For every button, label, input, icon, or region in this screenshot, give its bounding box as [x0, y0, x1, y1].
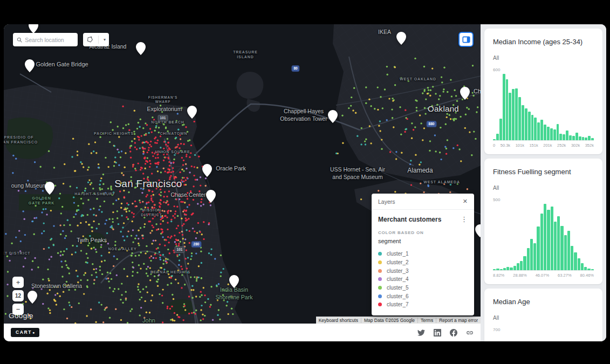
histogram-bar[interactable] — [559, 134, 562, 140]
histogram-bar[interactable] — [578, 258, 580, 270]
map-marker-pin[interactable] — [187, 106, 197, 119]
histogram-bar[interactable] — [523, 256, 526, 270]
map-marker-pin[interactable] — [229, 275, 239, 288]
histogram-bar[interactable] — [513, 266, 516, 270]
histogram-bar[interactable] — [557, 124, 559, 140]
legend-item[interactable]: cluster_6 — [378, 292, 468, 300]
histogram-bar[interactable] — [550, 128, 553, 140]
legend-item[interactable]: cluster_2 — [378, 258, 468, 267]
histogram-bar[interactable] — [531, 115, 534, 140]
terms-link[interactable]: Terms — [417, 318, 436, 323]
histogram-bar[interactable] — [525, 108, 527, 140]
histogram-bar[interactable] — [554, 222, 557, 270]
histogram-bar[interactable] — [557, 216, 560, 270]
histogram-bars[interactable] — [493, 334, 594, 341]
histogram-bar[interactable] — [533, 243, 536, 270]
widget-filter[interactable]: All — [493, 185, 594, 191]
histogram-bar[interactable] — [575, 133, 578, 140]
keyboard-shortcuts-link[interactable]: Keyboard shortcuts — [316, 318, 361, 323]
linkedin-icon[interactable] — [434, 329, 441, 336]
histogram-bar[interactable] — [566, 131, 568, 140]
histogram-bar[interactable] — [547, 210, 550, 270]
map-marker-pin[interactable] — [28, 291, 37, 304]
histogram-bar[interactable] — [512, 89, 515, 140]
histogram-bar[interactable] — [496, 134, 499, 140]
histogram-bar[interactable] — [551, 207, 553, 270]
histogram-bar[interactable] — [499, 119, 502, 140]
histogram-bar[interactable] — [522, 105, 524, 140]
histogram-bar[interactable] — [571, 246, 573, 271]
legend-item[interactable]: cluster_7 — [378, 300, 468, 309]
legend-item[interactable]: cluster_4 — [378, 275, 468, 284]
legend-item[interactable]: cluster_5 — [378, 284, 468, 292]
map-marker-pin[interactable] — [396, 32, 406, 45]
map-marker-pin[interactable] — [45, 182, 54, 195]
map-canvas[interactable]: 10110128080880 Golden Gate BridgeAlcatra… — [4, 24, 481, 324]
histogram-bar[interactable] — [567, 231, 570, 270]
map-marker-pin[interactable] — [136, 42, 146, 55]
histogram-bar[interactable] — [544, 125, 546, 140]
histogram-bar[interactable] — [540, 214, 543, 270]
histogram-bar[interactable] — [537, 122, 540, 140]
histogram-bar[interactable] — [540, 120, 543, 140]
map-marker-pin[interactable] — [206, 190, 216, 203]
histogram-bar[interactable] — [544, 204, 546, 270]
legend-item[interactable]: cluster_3 — [378, 266, 468, 275]
draw-polygon-tool-button[interactable]: ▾ — [83, 33, 109, 46]
histogram-bar[interactable] — [591, 269, 594, 270]
kebab-menu-icon[interactable]: ⋮ — [461, 215, 468, 223]
histogram-bar[interactable] — [496, 269, 499, 270]
histogram-bar[interactable] — [584, 267, 587, 270]
widget-filter[interactable]: All — [493, 55, 594, 61]
histogram-bar[interactable] — [493, 269, 496, 270]
histogram-bar[interactable] — [518, 97, 521, 140]
link-icon[interactable] — [466, 329, 474, 336]
histogram-bar[interactable] — [517, 263, 519, 270]
histogram-bar[interactable] — [503, 268, 506, 270]
histogram-bar[interactable] — [564, 235, 567, 270]
histogram-bar[interactable] — [547, 127, 550, 140]
histogram-bar[interactable] — [506, 267, 509, 270]
histogram-bar[interactable] — [530, 239, 533, 270]
histogram-bar[interactable] — [581, 263, 584, 270]
histogram-bar[interactable] — [585, 138, 587, 140]
legend-item[interactable]: cluster_1 — [378, 250, 468, 258]
carto-logo[interactable]: CART ● — [11, 328, 39, 337]
histogram-bar[interactable] — [569, 135, 572, 140]
histogram-bar[interactable] — [579, 136, 581, 140]
map-marker-pin[interactable] — [328, 110, 338, 123]
histogram-bar[interactable] — [503, 74, 505, 140]
search-input[interactable] — [25, 37, 74, 43]
histogram-bars[interactable] — [493, 74, 594, 141]
histogram-bar[interactable] — [520, 261, 523, 270]
histogram-bar[interactable] — [509, 93, 511, 140]
histogram-bar[interactable] — [588, 136, 591, 140]
facebook-icon[interactable] — [450, 329, 457, 336]
map-panel-toggle-button[interactable] — [458, 32, 474, 47]
map-marker-pin[interactable] — [202, 164, 212, 177]
histogram-bar[interactable] — [572, 136, 575, 140]
histogram-bar[interactable] — [510, 267, 512, 270]
histogram-bar[interactable] — [574, 252, 577, 270]
histogram-bar[interactable] — [527, 248, 530, 270]
histogram-bar[interactable] — [553, 129, 556, 140]
widget-filter[interactable]: All — [493, 315, 594, 321]
histogram-bar[interactable] — [515, 88, 518, 140]
map-marker-pin[interactable] — [25, 59, 35, 72]
histogram-bar[interactable] — [582, 137, 585, 140]
map-marker-pin[interactable] — [460, 87, 470, 100]
histogram-bars[interactable] — [493, 204, 594, 271]
map-marker-pin[interactable] — [29, 24, 38, 33]
twitter-icon[interactable] — [417, 329, 425, 336]
map-marker-pin[interactable] — [475, 224, 481, 237]
histogram-bar[interactable] — [493, 139, 496, 140]
histogram-bar[interactable] — [528, 112, 531, 140]
search-box[interactable] — [13, 33, 78, 46]
histogram-bar[interactable] — [591, 138, 594, 140]
histogram-bar[interactable] — [537, 226, 539, 270]
chevron-down-icon[interactable]: ▾ — [104, 37, 106, 42]
histogram-bar[interactable] — [506, 79, 509, 140]
zoom-in-button[interactable]: + — [12, 277, 24, 288]
histogram-bar[interactable] — [587, 269, 590, 270]
close-icon[interactable]: ✕ — [463, 198, 468, 205]
